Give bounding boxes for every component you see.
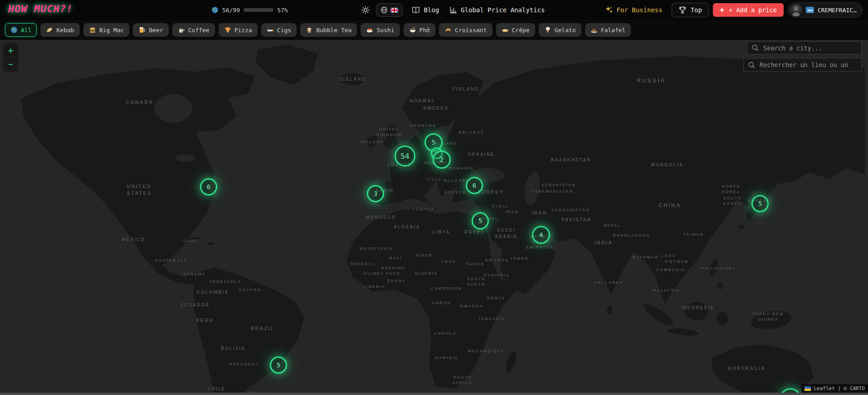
filter-chip-kebab[interactable]: Kebab bbox=[40, 23, 79, 37]
cluster-marker-3[interactable]: 3 bbox=[367, 185, 384, 202]
filter-chip-coffee[interactable]: Coffee bbox=[172, 23, 215, 37]
progress-count: 56/99 bbox=[222, 7, 240, 14]
filter-chip-label: Beer bbox=[149, 27, 163, 34]
trophy-icon bbox=[678, 6, 687, 14]
filter-chip-pizza[interactable]: Pizza bbox=[219, 23, 258, 37]
beer-icon bbox=[138, 26, 146, 34]
zoom-in-button[interactable]: + bbox=[4, 44, 18, 57]
progress-bar bbox=[244, 8, 273, 12]
nav-blog[interactable]: Blog bbox=[412, 6, 439, 14]
filter-chip-crepe[interactable]: Crêpe bbox=[496, 23, 535, 37]
zoom-out-button[interactable]: − bbox=[4, 57, 18, 71]
filter-chip-label: Bubble Tea bbox=[316, 27, 351, 34]
nav-analytics-label: Global Price Analytics bbox=[461, 6, 545, 14]
progress-percent: 57% bbox=[277, 7, 288, 14]
falafel-icon bbox=[590, 26, 598, 34]
bar-chart-icon bbox=[450, 6, 457, 14]
bubbletea-icon bbox=[306, 26, 313, 34]
progress-indicator: 56/99 57% bbox=[211, 0, 288, 20]
plus-icon: + bbox=[720, 5, 724, 15]
attribution-text[interactable]: Leaflet | © CARTO bbox=[814, 385, 865, 391]
header: HOW MUCH?! 56/99 57% Blog Global Price A… bbox=[0, 0, 868, 20]
header-nav: Blog Global Price Analytics For Business… bbox=[361, 0, 863, 20]
cluster-marker-5[interactable]: 5 bbox=[472, 212, 489, 229]
filter-chip-label: Gelato bbox=[555, 27, 576, 34]
cluster-marker-6[interactable]: 6 bbox=[200, 178, 217, 195]
uk-flag-icon bbox=[390, 8, 398, 13]
filter-chip-label: Pizza bbox=[234, 27, 252, 34]
search-city-box bbox=[747, 41, 862, 54]
nav-business-label: For Business bbox=[617, 6, 663, 14]
cluster-marker-partial[interactable] bbox=[780, 388, 801, 393]
cluster-marker-4[interactable]: 4 bbox=[532, 226, 550, 244]
cluster-markers-layer: 63545265455 bbox=[0, 40, 868, 393]
filter-chip-beer[interactable]: Beer bbox=[133, 23, 168, 37]
filter-chip-gelato[interactable]: Gelato bbox=[539, 23, 581, 37]
ukraine-flag-icon bbox=[805, 386, 811, 391]
cluster-marker-5[interactable]: 5 bbox=[751, 195, 769, 212]
filter-chip-bubble-tea[interactable]: Bubble Tea bbox=[300, 23, 357, 37]
burger-icon bbox=[89, 26, 96, 34]
filter-chip-label: Phở bbox=[419, 27, 430, 34]
theme-toggle-button[interactable] bbox=[361, 6, 370, 14]
cigs-icon bbox=[267, 26, 274, 34]
filter-chip-label: Kebab bbox=[56, 27, 74, 34]
cluster-marker-2[interactable]: 2 bbox=[433, 151, 451, 169]
pho-icon bbox=[409, 26, 416, 34]
coffee-icon bbox=[178, 26, 185, 34]
language-button[interactable] bbox=[376, 3, 403, 17]
book-icon bbox=[412, 6, 420, 14]
filter-chip-cigs[interactable]: Cigs bbox=[261, 23, 297, 37]
kebab-icon bbox=[46, 26, 53, 34]
nav-for-business[interactable]: For Business bbox=[605, 6, 663, 14]
top-button-label: Top bbox=[691, 6, 702, 14]
cluster-marker-6[interactable]: 6 bbox=[466, 177, 483, 194]
nav-global-price-analytics[interactable]: Global Price Analytics bbox=[450, 6, 545, 14]
search-place-box bbox=[743, 58, 862, 72]
sushi-icon bbox=[366, 26, 373, 34]
filter-chip-label: Sushi bbox=[376, 27, 394, 34]
avatar bbox=[790, 4, 802, 16]
add-price-button[interactable]: + + Add a price bbox=[713, 3, 784, 17]
filter-chip-big-mac[interactable]: Big Mac bbox=[83, 23, 130, 37]
filter-chip-all[interactable]: All bbox=[5, 23, 37, 37]
search-city-input[interactable] bbox=[763, 44, 857, 52]
filter-chip-sushi[interactable]: Sushi bbox=[361, 23, 400, 37]
top-button[interactable]: Top bbox=[672, 3, 709, 17]
filter-chip-croissant[interactable]: Croissant bbox=[439, 23, 492, 37]
horizontal-scrollbar[interactable] bbox=[0, 393, 868, 395]
filter-chip-label: Crêpe bbox=[512, 27, 530, 34]
filter-chip-label: Falafel bbox=[601, 27, 626, 34]
filter-chip-falafel[interactable]: Falafel bbox=[585, 23, 631, 37]
nav-blog-label: Blog bbox=[424, 6, 439, 14]
map-attribution: Leaflet | © CARTO bbox=[801, 384, 868, 393]
map-canvas[interactable]: RUSSIACANADAUNITED STATESMEXICOCUBAGUATE… bbox=[0, 40, 868, 393]
search-place-input[interactable] bbox=[760, 61, 857, 68]
filter-chip-label: Coffee bbox=[188, 27, 210, 34]
search-icon bbox=[752, 44, 759, 51]
new-badge-icon: NEW bbox=[806, 7, 814, 13]
globe-icon bbox=[10, 26, 18, 34]
filter-chip-label: Cigs bbox=[277, 27, 291, 34]
globe-icon bbox=[211, 6, 219, 14]
filter-chip-label: All bbox=[21, 27, 31, 34]
globe-outline-icon bbox=[380, 6, 388, 14]
croissant-icon bbox=[444, 26, 452, 34]
map-zoom-control: + − bbox=[4, 44, 18, 71]
cluster-marker-5[interactable]: 5 bbox=[270, 356, 287, 374]
filter-chip-label: Croissant bbox=[455, 27, 487, 34]
crepe-icon bbox=[502, 26, 509, 34]
cluster-marker-54[interactable]: 54 bbox=[395, 146, 415, 166]
user-menu[interactable]: NEW CREMEFRAIC… bbox=[788, 2, 863, 18]
search-icon bbox=[748, 62, 755, 68]
gelato-icon bbox=[544, 26, 551, 34]
filter-chip-row: AllKebabBig MacBeerCoffeePizzaCigsBubble… bbox=[0, 20, 868, 40]
username: CREMEFRAIC… bbox=[818, 7, 857, 14]
filter-chip-label: Big Mac bbox=[99, 27, 124, 34]
add-price-label: + Add a price bbox=[729, 6, 777, 14]
pizza-icon bbox=[224, 26, 231, 34]
filter-chip-pho[interactable]: Phở bbox=[404, 23, 435, 37]
app-logo[interactable]: HOW MUCH?! bbox=[8, 3, 73, 15]
sparkles-icon bbox=[605, 6, 613, 14]
